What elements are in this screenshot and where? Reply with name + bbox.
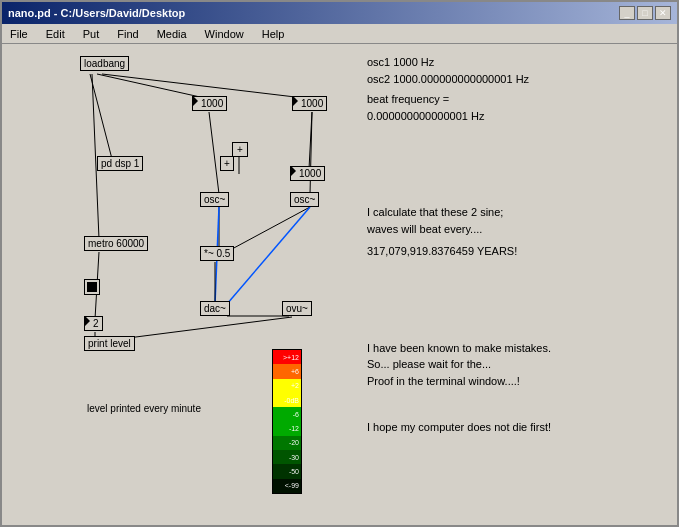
text-area: osc1 1000 Hz osc2 1000.000000000000001 H…: [357, 44, 677, 525]
svg-line-3: [310, 112, 312, 194]
hope-text: I hope my computer does not die first!: [367, 419, 667, 436]
vu-bar-m50: -50: [273, 464, 301, 478]
vu-bar-m6: -6: [273, 407, 301, 421]
num1000b-object[interactable]: 1000: [292, 96, 327, 111]
loadbang-object[interactable]: loadbang: [80, 56, 129, 71]
vu-bar-m99: <-99: [273, 479, 301, 493]
menu-media[interactable]: Media: [153, 27, 191, 41]
vu-bar-m12: -12: [273, 421, 301, 435]
patch-cords: [2, 44, 357, 504]
menu-bar: File Edit Put Find Media Window Help: [2, 24, 677, 44]
beat-value: 0.000000000000001 Hz: [367, 108, 667, 125]
minimize-button[interactable]: _: [619, 6, 635, 20]
level-note-label: level printed every minute: [84, 402, 204, 415]
menu-edit[interactable]: Edit: [42, 27, 69, 41]
vu-bar-m20: -20: [273, 436, 301, 450]
window-controls: _ □ ✕: [619, 6, 671, 20]
menu-put[interactable]: Put: [79, 27, 104, 41]
printlevel-object[interactable]: print level: [84, 336, 135, 351]
svg-line-2: [209, 112, 219, 194]
oscB-object[interactable]: osc~: [290, 192, 319, 207]
menu-file[interactable]: File: [6, 27, 32, 41]
mistake1: I have been known to make mistakes.: [367, 340, 667, 357]
menu-help[interactable]: Help: [258, 27, 289, 41]
content-area: loadbang 1000 1000 + + pd dsp 1 1000 osc…: [2, 44, 677, 525]
metro-object[interactable]: metro 60000: [84, 236, 148, 251]
vu-bar-12: >+12: [273, 350, 301, 364]
mistake3: Proof in the terminal window....!: [367, 373, 667, 390]
toggle-object[interactable]: [84, 279, 100, 295]
svg-line-16: [309, 112, 312, 169]
numdisplay-object[interactable]: 1000: [290, 166, 325, 181]
svg-line-15: [90, 74, 112, 159]
svg-line-6: [232, 207, 310, 249]
patch-area: loadbang 1000 1000 + + pd dsp 1 1000 osc…: [2, 44, 357, 525]
mult-object[interactable]: *~ 0.5: [200, 246, 234, 261]
window-title: nano.pd - C:/Users/David/Desktop: [8, 7, 185, 19]
title-bar: nano.pd - C:/Users/David/Desktop _ □ ✕: [2, 2, 677, 24]
vu-bar-0db: -0dB: [273, 393, 301, 407]
vu-bar-6: +6: [273, 364, 301, 378]
beat-label: beat frequency =: [367, 93, 449, 105]
pddsp-object[interactable]: pd dsp 1: [97, 156, 143, 171]
vu-bar-m30: -30: [273, 450, 301, 464]
years-text: 317,079,919.8376459 YEARS!: [367, 243, 667, 260]
menu-window[interactable]: Window: [201, 27, 248, 41]
menu-find[interactable]: Find: [113, 27, 142, 41]
ovu-object[interactable]: ovu~: [282, 301, 312, 316]
calc-note2: waves will beat every....: [367, 221, 667, 238]
vu-bar-2: +2: [273, 379, 301, 393]
num2-object[interactable]: 2: [84, 316, 103, 331]
osc1-text: osc1 1000 Hz: [367, 54, 667, 71]
svg-line-13: [120, 317, 292, 339]
vu-meter: >+12 +6 +2 -0dB -6 -12 -20 -30 -50 <-99: [272, 349, 302, 494]
mistake2: So... please wait for the...: [367, 356, 667, 373]
maximize-button[interactable]: □: [637, 6, 653, 20]
num1000a-object[interactable]: 1000: [192, 96, 227, 111]
dac-object[interactable]: dac~: [200, 301, 230, 316]
main-window: nano.pd - C:/Users/David/Desktop _ □ ✕ F…: [0, 0, 679, 527]
add-object[interactable]: +: [232, 142, 248, 157]
small-num-object: +: [220, 156, 234, 171]
oscA-object[interactable]: osc~: [200, 192, 229, 207]
osc2-text: osc2 1000.000000000000001 Hz: [367, 71, 667, 88]
close-button[interactable]: ✕: [655, 6, 671, 20]
svg-line-8: [227, 207, 310, 304]
calc-note1: I calculate that these 2 sine;: [367, 204, 667, 221]
